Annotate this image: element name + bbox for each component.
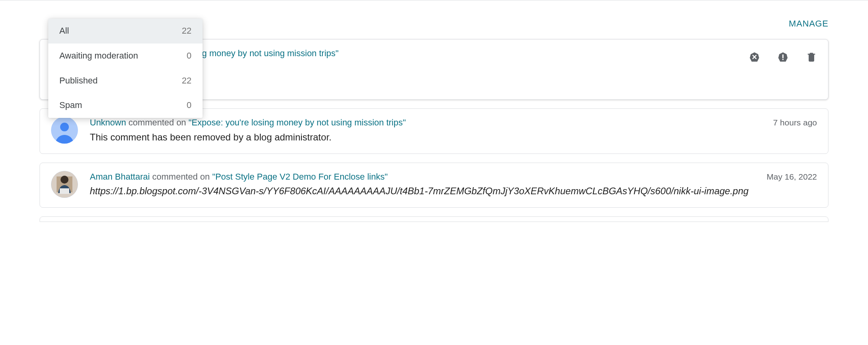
filter-option-spam[interactable]: Spam 0: [48, 93, 203, 118]
comment-card[interactable]: Aman Bhattarai commented on "Post Style …: [40, 163, 828, 208]
filter-option-label: All: [59, 25, 69, 37]
svg-point-3: [60, 123, 69, 131]
filter-option-count: 22: [182, 75, 191, 87]
filter-option-count: 22: [182, 25, 191, 37]
filter-option-label: Spam: [59, 99, 82, 112]
svg-rect-0: [782, 55, 783, 58]
comment-meta: Aman Bhattarai commented on "Post Style …: [90, 171, 817, 183]
comment-meta: Unknown commented on "Expose: you're los…: [90, 117, 817, 129]
comment-author-link[interactable]: Unknown: [90, 118, 126, 127]
filter-option-all[interactable]: All 22: [48, 19, 203, 44]
comment-body: https://1.bp.blogspot.com/-3V4NSGVan-s/Y…: [90, 184, 817, 198]
filter-dropdown: All 22 Awaiting moderation 0 Published 2…: [48, 19, 203, 118]
comment-actions: [749, 51, 817, 63]
comments-management-page: MANAGE All 22 Awaiting moderation 0 Publ…: [0, 0, 868, 345]
comment-body: This comment has been removed by a blog …: [90, 131, 817, 144]
comment-content: Aman Bhattarai commented on "Post Style …: [90, 171, 817, 198]
comment-timestamp: May 16, 2022: [767, 171, 817, 182]
manage-button[interactable]: MANAGE: [789, 18, 828, 30]
filter-option-published[interactable]: Published 22: [48, 68, 203, 93]
filter-option-awaiting-moderation[interactable]: Awaiting moderation 0: [48, 44, 203, 68]
comment-author-link[interactable]: Aman Bhattarai: [90, 172, 150, 182]
trash-icon[interactable]: [806, 51, 817, 63]
remove-content-icon[interactable]: [749, 51, 760, 63]
comment-card[interactable]: [40, 216, 828, 222]
commented-on-text: commented on: [126, 118, 189, 127]
spam-icon[interactable]: [777, 51, 788, 63]
post-title-link[interactable]: "Expose: you're losing money by not usin…: [188, 118, 406, 127]
svg-rect-1: [782, 59, 783, 60]
filter-option-label: Published: [59, 75, 98, 87]
comment-timestamp: 7 hours ago: [773, 117, 817, 128]
svg-point-6: [61, 176, 68, 184]
avatar: [51, 171, 78, 198]
filter-option-label: Awaiting moderation: [59, 50, 138, 62]
comment-content: Unknown commented on "Expose: you're los…: [90, 117, 817, 144]
commented-on-text: commented on: [150, 172, 212, 182]
post-title-link[interactable]: "Post Style Page V2 Demo For Enclose lin…: [212, 172, 388, 182]
filter-option-count: 0: [187, 99, 191, 112]
svg-rect-7: [60, 188, 69, 194]
filter-option-count: 0: [187, 50, 191, 62]
avatar: [51, 117, 78, 144]
